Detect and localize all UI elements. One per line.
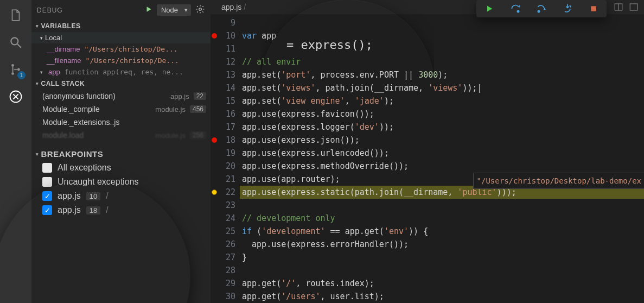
code-line[interactable]: [240, 42, 644, 55]
callstack-frame[interactable]: Module._extensions..js: [31, 116, 211, 129]
step-into-button[interactable]: [536, 3, 547, 14]
debug-icon[interactable]: [7, 88, 24, 105]
variable-value: "/Users/christop/De...: [84, 45, 177, 53]
breakpoint-row[interactable]: ✓app.js10/: [31, 189, 211, 203]
stop-button[interactable]: [588, 3, 599, 14]
callstack-frame[interactable]: (anonymous function)app.js22: [31, 90, 211, 103]
variable-row[interactable]: __dirname"/Users/christop/De...: [31, 43, 211, 55]
svg-point-6: [199, 8, 202, 11]
code-line[interactable]: app.use(express.errorHandler());: [240, 238, 644, 251]
section-title: CALL STACK: [41, 80, 85, 87]
code-line[interactable]: // all envir: [240, 55, 644, 68]
code-line[interactable]: app.set('port', process.env.PORT || 3000…: [240, 68, 644, 81]
split-editor-icon[interactable]: [614, 2, 623, 14]
chevron-down-icon: ▾: [36, 81, 39, 86]
code-line[interactable]: // development only: [240, 212, 644, 225]
frame-function: Module._extensions..js: [42, 118, 119, 127]
code-line[interactable]: app.use(express.urlencoded());: [240, 147, 644, 160]
files-icon[interactable]: [7, 7, 24, 24]
code-line[interactable]: app.use(express.static(path.join(__dirna…: [240, 186, 644, 199]
line-number[interactable]: 25: [211, 225, 235, 238]
continue-button[interactable]: [484, 3, 495, 14]
line-number[interactable]: 17: [211, 121, 235, 134]
more-icon[interactable]: [629, 2, 639, 14]
checkbox[interactable]: [42, 177, 52, 187]
line-number[interactable]: 30: [211, 290, 235, 303]
checkbox[interactable]: [42, 163, 52, 173]
code-line[interactable]: app.use(express.json());: [240, 134, 644, 147]
variables-scope-local[interactable]: ▾ Local: [31, 32, 211, 43]
line-number[interactable]: 26: [211, 238, 235, 251]
code-line[interactable]: }: [240, 251, 644, 264]
svg-point-3: [11, 72, 14, 75]
frame-line: 456: [190, 105, 206, 113]
line-number[interactable]: 24: [211, 212, 235, 225]
checkbox[interactable]: ✓: [42, 205, 52, 215]
svg-rect-9: [630, 4, 637, 10]
breakpoints-section-header[interactable]: ▾ BREAKPOINTS: [31, 142, 211, 161]
line-number[interactable]: 27: [211, 251, 235, 264]
gear-icon[interactable]: [195, 4, 205, 16]
breadcrumb-file[interactable]: app.js: [221, 3, 241, 11]
checkbox[interactable]: ✓: [42, 191, 52, 201]
start-debug-button[interactable]: [145, 5, 152, 15]
breakpoint-row[interactable]: All exceptions: [31, 161, 211, 175]
line-number[interactable]: 15: [211, 94, 235, 108]
line-number[interactable]: 10: [211, 29, 235, 42]
code-line[interactable]: if ('development' == app.get('env')) {: [240, 225, 644, 238]
section-title: BREAKPOINTS: [41, 149, 104, 159]
line-number[interactable]: 28: [211, 264, 235, 277]
code-line[interactable]: [240, 264, 644, 277]
frame-line: 22: [194, 92, 206, 100]
line-number[interactable]: 22: [211, 186, 235, 199]
line-number[interactable]: 11: [211, 42, 235, 55]
line-number[interactable]: 29: [211, 277, 235, 290]
callstack-frame[interactable]: Module._compilemodule.js456: [31, 103, 211, 116]
search-icon[interactable]: [7, 34, 24, 51]
code-line[interactable]: [240, 199, 644, 212]
line-number[interactable]: 12: [211, 55, 235, 68]
code-line[interactable]: app.set('views', path.join(__dirname, 'v…: [240, 81, 644, 94]
code-area[interactable]: var app // all envirapp.set('port', proc…: [240, 16, 644, 303]
line-number[interactable]: 21: [211, 173, 235, 186]
callstack-section-header[interactable]: ▾ CALL STACK: [31, 78, 211, 90]
code-line[interactable]: app.get('/', routes.index);: [240, 277, 644, 290]
variable-row[interactable]: ▾appfunction app(req, res, ne...: [31, 66, 211, 78]
breakpoint-row[interactable]: Uncaught exceptions: [31, 175, 211, 189]
code-line[interactable]: app.use(express.logger('dev'));: [240, 121, 644, 134]
svg-point-4: [17, 68, 20, 71]
line-number[interactable]: 23: [211, 199, 235, 212]
breakpoint-label: app.js: [58, 191, 81, 201]
source-control-icon[interactable]: 1: [7, 61, 24, 78]
gutter[interactable]: 9101112131415161718192021222324252627282…: [211, 16, 240, 303]
breakpoint-dot-icon[interactable]: [212, 137, 217, 143]
svg-point-11: [538, 10, 539, 12]
breakpoint-path-sep: /: [106, 205, 108, 215]
step-out-button[interactable]: [562, 3, 573, 14]
line-number[interactable]: 20: [211, 160, 235, 173]
line-number[interactable]: 13: [211, 68, 235, 81]
code-line[interactable]: app.set('view engine', 'jade');: [240, 94, 644, 108]
code-line[interactable]: [240, 16, 644, 29]
line-number[interactable]: 18: [211, 134, 235, 147]
breakpoint-label: app.js: [58, 205, 81, 215]
debug-config-select[interactable]: Node: [157, 4, 191, 16]
code-line[interactable]: var app: [240, 29, 644, 42]
variable-row[interactable]: __filename"/Users/christop/De...: [31, 55, 211, 66]
line-number[interactable]: 19: [211, 147, 235, 160]
current-line-icon: [212, 190, 217, 195]
line-number[interactable]: 16: [211, 108, 235, 121]
line-number[interactable]: 14: [211, 81, 235, 94]
code-line[interactable]: app.get('/users', user.list);: [240, 290, 644, 303]
code-editor[interactable]: 9101112131415161718192021222324252627282…: [211, 14, 644, 303]
code-line[interactable]: app.use(express.favicon());: [240, 108, 644, 121]
breakpoint-row[interactable]: ✓app.js18/: [31, 203, 211, 217]
callstack-frame[interactable]: module.loadmodule.js256: [31, 129, 211, 142]
breakpoint-dot-icon[interactable]: [212, 33, 217, 39]
step-over-button[interactable]: [510, 3, 521, 14]
svg-point-10: [517, 10, 519, 12]
svg-point-2: [11, 64, 14, 67]
line-number[interactable]: 9: [211, 16, 235, 29]
variables-section-header[interactable]: ▾ VARIABLES: [31, 20, 211, 32]
code-line[interactable]: app.use(express.methodOverride());: [240, 160, 644, 173]
